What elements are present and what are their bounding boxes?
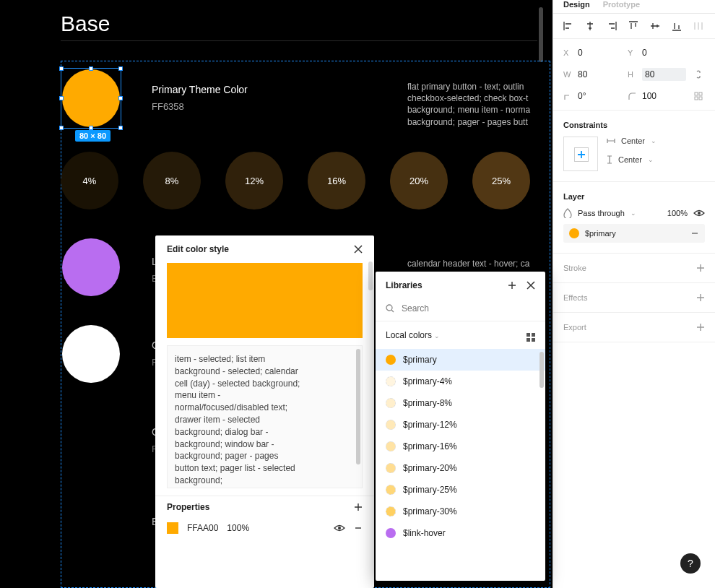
library-item-label: $link-hover <box>403 528 446 538</box>
library-color-item[interactable]: $link-hover <box>376 522 545 544</box>
corner-radius-input[interactable]: 100 <box>642 91 686 101</box>
remove-property-icon[interactable] <box>354 524 363 532</box>
add-export-icon[interactable] <box>696 323 705 332</box>
add-property-icon[interactable] <box>354 503 363 511</box>
library-color-item[interactable]: $primary-16% <box>376 436 545 457</box>
align-right-icon[interactable] <box>607 21 617 31</box>
tint-swatch[interactable]: 4% <box>61 152 118 209</box>
effects-section[interactable]: Effects <box>553 283 715 313</box>
layer-opacity-input[interactable]: 100% <box>667 209 688 217</box>
close-icon[interactable] <box>354 245 363 254</box>
rotation-input[interactable]: 0° <box>578 91 622 101</box>
align-hcenter-icon[interactable] <box>585 21 595 31</box>
color-chip[interactable] <box>167 263 363 338</box>
tint-swatch[interactable]: 8% <box>143 152 201 209</box>
grid-view-icon[interactable] <box>526 329 535 342</box>
edit-color-style-popover[interactable]: Edit color style item - selected; list i… <box>155 235 374 588</box>
link-hover-swatch[interactable] <box>62 238 120 296</box>
library-item-label: $primary-8% <box>403 398 452 408</box>
primary-usage: flat primary button - text; outlin check… <box>407 81 552 128</box>
independent-corners-icon[interactable] <box>692 92 705 100</box>
constraint-widget[interactable] <box>563 137 598 171</box>
property-swatch-icon[interactable] <box>167 522 178 534</box>
fill-style-row[interactable]: $primary <box>563 224 705 243</box>
libraries-popover[interactable]: Libraries Local colors ⌄ $primary$primar… <box>376 272 545 581</box>
fill-style-name: $primary <box>585 229 616 238</box>
library-color-item[interactable]: $primary <box>376 349 545 371</box>
link-hover-usage: calendar header text - hover; ca <box>407 259 545 269</box>
chevron-down-icon: ⌄ <box>630 209 636 217</box>
constraint-v-select[interactable]: Center ⌄ <box>607 155 656 164</box>
library-item-label: $primary-30% <box>403 506 457 516</box>
library-color-item[interactable]: $primary-25% <box>376 479 545 501</box>
selection-box[interactable] <box>61 68 121 129</box>
layer-section: Layer Pass through ⌄ 100% $primary <box>553 182 715 254</box>
chevron-down-icon: ⌄ <box>434 332 440 340</box>
export-section[interactable]: Export <box>553 313 715 342</box>
library-color-item[interactable]: $primary-30% <box>376 501 545 522</box>
align-vcenter-icon[interactable] <box>650 21 660 31</box>
w-label: W <box>563 70 572 79</box>
add-library-icon[interactable] <box>508 281 516 290</box>
property-row[interactable]: FFAA00 100% <box>155 518 374 542</box>
white-swatch[interactable] <box>62 325 120 383</box>
x-label: X <box>563 48 572 57</box>
blend-mode-select[interactable]: Pass through ⌄ <box>563 208 636 218</box>
description-scrollbar[interactable] <box>356 349 360 464</box>
visibility-icon[interactable] <box>693 209 705 217</box>
h-input[interactable]: 80 <box>642 68 686 81</box>
x-input[interactable]: 0 <box>578 48 622 58</box>
library-color-item[interactable]: $primary-12% <box>376 414 545 436</box>
library-scrollbar[interactable] <box>540 352 544 388</box>
dimension-badge: 80 × 80 <box>75 130 110 142</box>
library-swatch-icon <box>386 376 396 386</box>
svg-rect-3 <box>699 92 702 95</box>
library-color-item[interactable]: $primary-8% <box>376 392 545 414</box>
library-swatch-icon <box>386 420 396 430</box>
alignment-toolbar <box>553 14 715 39</box>
help-button[interactable]: ? <box>680 553 701 574</box>
transform-section: X 0 Y 0 W 80 H 80 0° 100 <box>553 39 715 111</box>
style-description[interactable]: item - selected; list item background - … <box>167 345 363 488</box>
library-item-label: $primary-20% <box>403 463 457 473</box>
add-effect-icon[interactable] <box>696 293 705 302</box>
library-color-item[interactable]: $primary-4% <box>376 371 545 392</box>
tint-swatch[interactable]: 16% <box>308 152 365 209</box>
constraint-h-select[interactable]: Center ⌄ <box>607 137 656 145</box>
library-swatch-icon <box>386 506 396 516</box>
property-hex[interactable]: FFAA00 <box>187 523 218 533</box>
library-search-input[interactable] <box>402 303 535 314</box>
distribute-icon[interactable] <box>693 21 703 31</box>
local-colors-dropdown[interactable]: Local colors ⌄ <box>386 330 440 340</box>
visibility-icon[interactable] <box>334 524 345 532</box>
tint-swatch[interactable]: 25% <box>472 152 530 209</box>
primary-hex: FF6358 <box>152 101 184 112</box>
library-swatch-icon <box>386 441 396 451</box>
tab-design[interactable]: Design <box>563 0 590 9</box>
property-opacity[interactable]: 100% <box>227 523 249 533</box>
link-dimensions-icon[interactable] <box>692 69 705 79</box>
detach-style-icon[interactable] <box>690 229 699 238</box>
svg-point-1 <box>386 305 392 311</box>
popover-scrollbar[interactable] <box>368 261 373 290</box>
close-libraries-icon[interactable] <box>526 281 535 290</box>
library-swatch-icon <box>386 528 396 538</box>
library-color-item[interactable]: $primary-20% <box>376 457 545 479</box>
tab-prototype[interactable]: Prototype <box>603 0 640 9</box>
ruler-scroll[interactable] <box>539 7 543 62</box>
chevron-down-icon: ⌄ <box>651 137 656 144</box>
align-left-icon[interactable] <box>563 21 573 31</box>
library-swatch-icon <box>386 355 396 365</box>
align-top-icon[interactable] <box>628 21 638 31</box>
divider <box>61 40 537 41</box>
align-bottom-icon[interactable] <box>672 21 682 31</box>
page-title: Base <box>61 12 110 36</box>
w-input[interactable]: 80 <box>578 69 622 79</box>
add-stroke-icon[interactable] <box>696 264 705 272</box>
tint-swatch[interactable]: 20% <box>390 152 448 209</box>
library-color-list[interactable]: $primary$primary-4%$primary-8%$primary-1… <box>376 349 545 581</box>
tint-swatch[interactable]: 12% <box>225 152 283 209</box>
y-input[interactable]: 0 <box>642 48 686 58</box>
library-swatch-icon <box>386 485 396 495</box>
stroke-section[interactable]: Stroke <box>553 254 715 283</box>
